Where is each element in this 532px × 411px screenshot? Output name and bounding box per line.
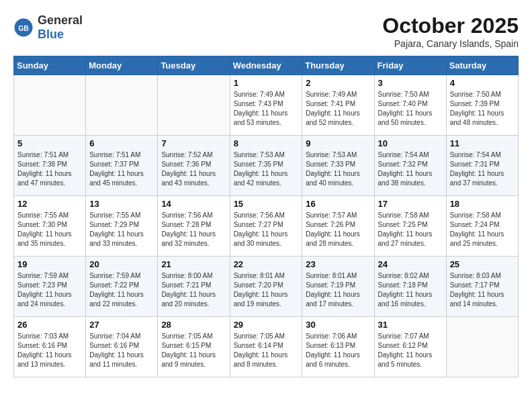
calendar-day-empty bbox=[14, 75, 86, 136]
calendar-day-24: 24Sunrise: 8:02 AMSunset: 7:18 PMDayligh… bbox=[374, 257, 446, 317]
calendar-day-18: 18Sunrise: 7:58 AMSunset: 7:24 PMDayligh… bbox=[446, 196, 518, 257]
calendar-day-2: 2Sunrise: 7:49 AMSunset: 7:41 PMDaylight… bbox=[302, 75, 374, 136]
day-info: Sunrise: 8:01 AMSunset: 7:20 PMDaylight:… bbox=[234, 271, 299, 309]
day-number: 25 bbox=[450, 259, 515, 269]
calendar-day-30: 30Sunrise: 7:06 AMSunset: 6:13 PMDayligh… bbox=[302, 317, 374, 377]
day-info: Sunrise: 7:59 AMSunset: 7:22 PMDaylight:… bbox=[89, 271, 154, 309]
day-info: Sunrise: 7:49 AMSunset: 7:41 PMDaylight:… bbox=[306, 90, 370, 128]
day-number: 7 bbox=[161, 138, 226, 148]
day-number: 27 bbox=[89, 320, 154, 330]
logo-general: General bbox=[38, 13, 83, 27]
day-info: Sunrise: 7:51 AMSunset: 7:37 PMDaylight:… bbox=[89, 150, 154, 188]
day-number: 31 bbox=[378, 320, 443, 330]
day-info: Sunrise: 8:03 AMSunset: 7:17 PMDaylight:… bbox=[450, 271, 515, 309]
calendar-day-5: 5Sunrise: 7:51 AMSunset: 7:38 PMDaylight… bbox=[14, 136, 86, 196]
calendar-table: SundayMondayTuesdayWednesdayThursdayFrid… bbox=[13, 56, 519, 377]
day-number: 5 bbox=[17, 138, 82, 148]
day-number: 18 bbox=[450, 199, 515, 209]
logo-blue: Blue bbox=[38, 28, 64, 41]
calendar-day-17: 17Sunrise: 7:58 AMSunset: 7:25 PMDayligh… bbox=[374, 196, 446, 257]
day-info: Sunrise: 7:59 AMSunset: 7:23 PMDaylight:… bbox=[17, 271, 82, 309]
day-info: Sunrise: 7:04 AMSunset: 6:16 PMDaylight:… bbox=[89, 332, 154, 369]
day-number: 15 bbox=[234, 199, 299, 209]
day-info: Sunrise: 7:53 AMSunset: 7:33 PMDaylight:… bbox=[306, 150, 370, 188]
page-header: GB General Blue October 2025 Pajara, Can… bbox=[13, 13, 519, 49]
day-number: 23 bbox=[306, 259, 370, 269]
day-number: 22 bbox=[234, 259, 299, 269]
day-info: Sunrise: 7:05 AMSunset: 6:15 PMDaylight:… bbox=[161, 332, 226, 369]
day-number: 14 bbox=[161, 199, 226, 209]
weekday-header-sunday: Sunday bbox=[14, 56, 86, 75]
calendar-day-14: 14Sunrise: 7:56 AMSunset: 7:28 PMDayligh… bbox=[158, 196, 230, 257]
calendar-day-10: 10Sunrise: 7:54 AMSunset: 7:32 PMDayligh… bbox=[374, 136, 446, 196]
day-info: Sunrise: 7:55 AMSunset: 7:30 PMDaylight:… bbox=[17, 211, 82, 248]
calendar-day-19: 19Sunrise: 7:59 AMSunset: 7:23 PMDayligh… bbox=[14, 257, 86, 317]
weekday-header-tuesday: Tuesday bbox=[158, 56, 230, 75]
calendar-day-11: 11Sunrise: 7:54 AMSunset: 7:31 PMDayligh… bbox=[446, 136, 518, 196]
day-info: Sunrise: 7:07 AMSunset: 6:12 PMDaylight:… bbox=[378, 332, 443, 369]
day-info: Sunrise: 7:49 AMSunset: 7:43 PMDaylight:… bbox=[234, 90, 299, 128]
day-number: 19 bbox=[17, 259, 82, 269]
calendar-day-3: 3Sunrise: 7:50 AMSunset: 7:40 PMDaylight… bbox=[374, 75, 446, 136]
svg-text:GB: GB bbox=[18, 24, 29, 32]
calendar-day-25: 25Sunrise: 8:03 AMSunset: 7:17 PMDayligh… bbox=[446, 257, 518, 317]
day-info: Sunrise: 7:51 AMSunset: 7:38 PMDaylight:… bbox=[17, 150, 82, 188]
day-number: 8 bbox=[234, 138, 299, 148]
day-number: 6 bbox=[89, 138, 154, 148]
weekday-header-saturday: Saturday bbox=[446, 56, 518, 75]
month-title: October 2025 bbox=[382, 13, 519, 38]
day-number: 13 bbox=[89, 199, 154, 209]
day-number: 29 bbox=[234, 320, 299, 330]
calendar-week-row: 19Sunrise: 7:59 AMSunset: 7:23 PMDayligh… bbox=[14, 257, 519, 317]
day-number: 12 bbox=[17, 199, 82, 209]
weekday-header-thursday: Thursday bbox=[302, 56, 374, 75]
calendar-day-26: 26Sunrise: 7:03 AMSunset: 6:16 PMDayligh… bbox=[14, 317, 86, 377]
calendar-day-13: 13Sunrise: 7:55 AMSunset: 7:29 PMDayligh… bbox=[86, 196, 158, 257]
weekday-header-wednesday: Wednesday bbox=[230, 56, 302, 75]
calendar-day-21: 21Sunrise: 8:00 AMSunset: 7:21 PMDayligh… bbox=[158, 257, 230, 317]
day-info: Sunrise: 7:57 AMSunset: 7:26 PMDaylight:… bbox=[306, 211, 370, 248]
day-number: 3 bbox=[378, 78, 443, 88]
calendar-day-empty bbox=[446, 317, 518, 377]
weekday-header-friday: Friday bbox=[374, 56, 446, 75]
logo: GB General Blue bbox=[13, 13, 83, 42]
calendar-day-29: 29Sunrise: 7:05 AMSunset: 6:14 PMDayligh… bbox=[230, 317, 302, 377]
calendar-day-empty bbox=[86, 75, 158, 136]
calendar-day-4: 4Sunrise: 7:50 AMSunset: 7:39 PMDaylight… bbox=[446, 75, 518, 136]
calendar-week-row: 5Sunrise: 7:51 AMSunset: 7:38 PMDaylight… bbox=[14, 136, 519, 196]
day-number: 4 bbox=[450, 78, 515, 88]
day-number: 9 bbox=[306, 138, 370, 148]
day-number: 16 bbox=[306, 199, 370, 209]
calendar-day-7: 7Sunrise: 7:52 AMSunset: 7:36 PMDaylight… bbox=[158, 136, 230, 196]
calendar-day-1: 1Sunrise: 7:49 AMSunset: 7:43 PMDaylight… bbox=[230, 75, 302, 136]
day-info: Sunrise: 7:50 AMSunset: 7:39 PMDaylight:… bbox=[450, 90, 515, 128]
calendar-header-row: SundayMondayTuesdayWednesdayThursdayFrid… bbox=[14, 56, 519, 75]
day-info: Sunrise: 8:01 AMSunset: 7:19 PMDaylight:… bbox=[306, 271, 370, 309]
calendar-day-31: 31Sunrise: 7:07 AMSunset: 6:12 PMDayligh… bbox=[374, 317, 446, 377]
calendar-day-22: 22Sunrise: 8:01 AMSunset: 7:20 PMDayligh… bbox=[230, 257, 302, 317]
day-info: Sunrise: 8:02 AMSunset: 7:18 PMDaylight:… bbox=[378, 271, 443, 309]
day-number: 24 bbox=[378, 259, 443, 269]
day-number: 21 bbox=[161, 259, 226, 269]
day-info: Sunrise: 7:03 AMSunset: 6:16 PMDaylight:… bbox=[17, 332, 82, 369]
day-number: 26 bbox=[17, 320, 82, 330]
calendar-day-empty bbox=[158, 75, 230, 136]
weekday-header-monday: Monday bbox=[86, 56, 158, 75]
calendar-week-row: 26Sunrise: 7:03 AMSunset: 6:16 PMDayligh… bbox=[14, 317, 519, 377]
location-title: Pajara, Canary Islands, Spain bbox=[382, 38, 519, 49]
calendar-day-12: 12Sunrise: 7:55 AMSunset: 7:30 PMDayligh… bbox=[14, 196, 86, 257]
day-info: Sunrise: 7:53 AMSunset: 7:35 PMDaylight:… bbox=[234, 150, 299, 188]
day-info: Sunrise: 7:05 AMSunset: 6:14 PMDaylight:… bbox=[234, 332, 299, 369]
calendar-day-8: 8Sunrise: 7:53 AMSunset: 7:35 PMDaylight… bbox=[230, 136, 302, 196]
calendar-day-16: 16Sunrise: 7:57 AMSunset: 7:26 PMDayligh… bbox=[302, 196, 374, 257]
calendar-day-28: 28Sunrise: 7:05 AMSunset: 6:15 PMDayligh… bbox=[158, 317, 230, 377]
day-info: Sunrise: 7:52 AMSunset: 7:36 PMDaylight:… bbox=[161, 150, 226, 188]
calendar-day-15: 15Sunrise: 7:56 AMSunset: 7:27 PMDayligh… bbox=[230, 196, 302, 257]
calendar-day-27: 27Sunrise: 7:04 AMSunset: 6:16 PMDayligh… bbox=[86, 317, 158, 377]
day-info: Sunrise: 8:00 AMSunset: 7:21 PMDaylight:… bbox=[161, 271, 226, 309]
calendar-day-23: 23Sunrise: 8:01 AMSunset: 7:19 PMDayligh… bbox=[302, 257, 374, 317]
day-number: 20 bbox=[89, 259, 154, 269]
day-info: Sunrise: 7:50 AMSunset: 7:40 PMDaylight:… bbox=[378, 90, 443, 128]
logo-icon: GB bbox=[13, 17, 34, 38]
day-info: Sunrise: 7:54 AMSunset: 7:31 PMDaylight:… bbox=[450, 150, 515, 188]
